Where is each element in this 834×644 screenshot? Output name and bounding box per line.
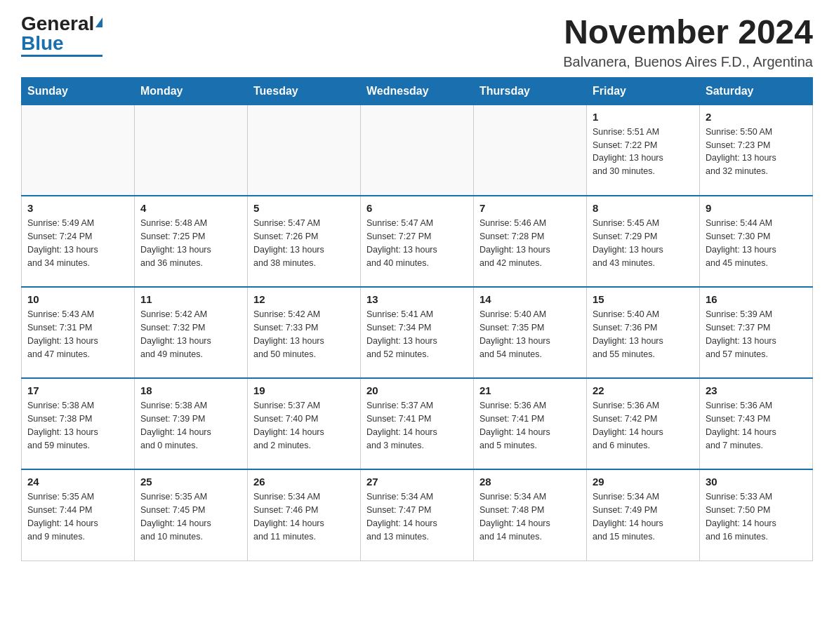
day-info: Sunrise: 5:36 AM Sunset: 7:42 PM Dayligh… <box>593 399 694 452</box>
day-number: 8 <box>593 202 694 214</box>
header-wednesday: Wednesday <box>361 77 474 105</box>
day-number: 22 <box>593 384 694 396</box>
calendar-week-row: 17Sunrise: 5:38 AM Sunset: 7:38 PM Dayli… <box>22 378 813 469</box>
day-number: 20 <box>366 384 468 396</box>
calendar-cell <box>361 105 474 196</box>
calendar-cell: 27Sunrise: 5:34 AM Sunset: 7:47 PM Dayli… <box>361 469 474 561</box>
calendar-cell: 11Sunrise: 5:42 AM Sunset: 7:32 PM Dayli… <box>135 287 248 378</box>
day-number: 1 <box>593 111 694 123</box>
calendar-cell: 29Sunrise: 5:34 AM Sunset: 7:49 PM Dayli… <box>587 469 700 561</box>
day-number: 29 <box>593 476 694 488</box>
calendar-week-row: 1Sunrise: 5:51 AM Sunset: 7:22 PM Daylig… <box>22 105 813 196</box>
calendar-cell: 9Sunrise: 5:44 AM Sunset: 7:30 PM Daylig… <box>700 196 813 287</box>
day-info: Sunrise: 5:43 AM Sunset: 7:31 PM Dayligh… <box>27 308 128 361</box>
day-number: 24 <box>27 476 128 488</box>
day-info: Sunrise: 5:37 AM Sunset: 7:40 PM Dayligh… <box>253 399 355 452</box>
day-info: Sunrise: 5:47 AM Sunset: 7:27 PM Dayligh… <box>366 217 468 269</box>
calendar-cell: 21Sunrise: 5:36 AM Sunset: 7:41 PM Dayli… <box>474 378 587 469</box>
day-number: 23 <box>706 384 807 396</box>
calendar-cell: 6Sunrise: 5:47 AM Sunset: 7:27 PM Daylig… <box>361 196 474 287</box>
day-number: 13 <box>366 293 468 305</box>
day-info: Sunrise: 5:47 AM Sunset: 7:26 PM Dayligh… <box>253 217 355 269</box>
calendar-cell: 3Sunrise: 5:49 AM Sunset: 7:24 PM Daylig… <box>22 196 135 287</box>
calendar-cell: 17Sunrise: 5:38 AM Sunset: 7:38 PM Dayli… <box>22 378 135 469</box>
calendar-cell: 12Sunrise: 5:42 AM Sunset: 7:33 PM Dayli… <box>248 287 361 378</box>
calendar-cell: 28Sunrise: 5:34 AM Sunset: 7:48 PM Dayli… <box>474 469 587 561</box>
calendar-cell: 14Sunrise: 5:40 AM Sunset: 7:35 PM Dayli… <box>474 287 587 378</box>
calendar-cell <box>135 105 248 196</box>
day-number: 19 <box>253 384 355 396</box>
header-monday: Monday <box>135 77 248 105</box>
day-info: Sunrise: 5:38 AM Sunset: 7:39 PM Dayligh… <box>140 399 241 452</box>
logo-blue-text: Blue <box>21 34 64 53</box>
calendar-cell: 24Sunrise: 5:35 AM Sunset: 7:44 PM Dayli… <box>22 469 135 561</box>
day-info: Sunrise: 5:46 AM Sunset: 7:28 PM Dayligh… <box>479 217 581 269</box>
day-number: 25 <box>140 476 241 488</box>
day-number: 14 <box>479 293 581 305</box>
calendar-cell: 7Sunrise: 5:46 AM Sunset: 7:28 PM Daylig… <box>474 196 587 287</box>
day-number: 17 <box>27 384 128 396</box>
calendar-cell <box>248 105 361 196</box>
day-number: 9 <box>706 202 807 214</box>
day-number: 16 <box>706 293 807 305</box>
day-info: Sunrise: 5:51 AM Sunset: 7:22 PM Dayligh… <box>593 126 694 178</box>
calendar-cell: 25Sunrise: 5:35 AM Sunset: 7:45 PM Dayli… <box>135 469 248 561</box>
day-number: 21 <box>479 384 581 396</box>
calendar-cell: 2Sunrise: 5:50 AM Sunset: 7:23 PM Daylig… <box>700 105 813 196</box>
day-info: Sunrise: 5:39 AM Sunset: 7:37 PM Dayligh… <box>706 308 807 361</box>
calendar-cell: 19Sunrise: 5:37 AM Sunset: 7:40 PM Dayli… <box>248 378 361 469</box>
calendar-cell: 15Sunrise: 5:40 AM Sunset: 7:36 PM Dayli… <box>587 287 700 378</box>
calendar-cell: 20Sunrise: 5:37 AM Sunset: 7:41 PM Dayli… <box>361 378 474 469</box>
day-info: Sunrise: 5:35 AM Sunset: 7:44 PM Dayligh… <box>27 490 128 543</box>
calendar-cell: 23Sunrise: 5:36 AM Sunset: 7:43 PM Dayli… <box>700 378 813 469</box>
day-info: Sunrise: 5:34 AM Sunset: 7:49 PM Dayligh… <box>593 490 694 543</box>
day-number: 11 <box>140 293 241 305</box>
header-thursday: Thursday <box>474 77 587 105</box>
location-title: Balvanera, Buenos Aires F.D., Argentina <box>563 54 813 70</box>
logo-general-text: General <box>21 14 94 34</box>
day-number: 4 <box>140 202 241 214</box>
day-info: Sunrise: 5:40 AM Sunset: 7:36 PM Dayligh… <box>593 308 694 361</box>
day-info: Sunrise: 5:40 AM Sunset: 7:35 PM Dayligh… <box>479 308 581 361</box>
calendar-cell: 13Sunrise: 5:41 AM Sunset: 7:34 PM Dayli… <box>361 287 474 378</box>
calendar-cell: 16Sunrise: 5:39 AM Sunset: 7:37 PM Dayli… <box>700 287 813 378</box>
day-info: Sunrise: 5:34 AM Sunset: 7:46 PM Dayligh… <box>253 490 355 543</box>
day-number: 7 <box>479 202 581 214</box>
day-number: 10 <box>27 293 128 305</box>
day-number: 28 <box>479 476 581 488</box>
day-info: Sunrise: 5:48 AM Sunset: 7:25 PM Dayligh… <box>140 217 241 269</box>
day-number: 3 <box>27 202 128 214</box>
header-saturday: Saturday <box>700 77 813 105</box>
month-title: November 2024 <box>563 14 813 51</box>
header-sunday: Sunday <box>22 77 135 105</box>
calendar-cell: 8Sunrise: 5:45 AM Sunset: 7:29 PM Daylig… <box>587 196 700 287</box>
day-info: Sunrise: 5:36 AM Sunset: 7:41 PM Dayligh… <box>479 399 581 452</box>
day-info: Sunrise: 5:42 AM Sunset: 7:33 PM Dayligh… <box>253 308 355 361</box>
day-number: 15 <box>593 293 694 305</box>
logo-triangle-icon <box>95 18 102 27</box>
calendar-cell: 30Sunrise: 5:33 AM Sunset: 7:50 PM Dayli… <box>700 469 813 561</box>
day-info: Sunrise: 5:49 AM Sunset: 7:24 PM Dayligh… <box>27 217 128 269</box>
day-number: 18 <box>140 384 241 396</box>
calendar-cell: 5Sunrise: 5:47 AM Sunset: 7:26 PM Daylig… <box>248 196 361 287</box>
day-number: 26 <box>253 476 355 488</box>
calendar-table: Sunday Monday Tuesday Wednesday Thursday… <box>21 77 813 561</box>
calendar-cell <box>22 105 135 196</box>
day-info: Sunrise: 5:50 AM Sunset: 7:23 PM Dayligh… <box>706 126 807 178</box>
logo: General Blue <box>21 14 102 57</box>
day-info: Sunrise: 5:41 AM Sunset: 7:34 PM Dayligh… <box>366 308 468 361</box>
header: General Blue November 2024 Balvanera, Bu… <box>21 14 813 70</box>
day-info: Sunrise: 5:34 AM Sunset: 7:48 PM Dayligh… <box>479 490 581 543</box>
day-number: 12 <box>253 293 355 305</box>
header-tuesday: Tuesday <box>248 77 361 105</box>
logo-underline <box>21 55 102 57</box>
day-info: Sunrise: 5:36 AM Sunset: 7:43 PM Dayligh… <box>706 399 807 452</box>
calendar-cell: 22Sunrise: 5:36 AM Sunset: 7:42 PM Dayli… <box>587 378 700 469</box>
calendar-cell: 1Sunrise: 5:51 AM Sunset: 7:22 PM Daylig… <box>587 105 700 196</box>
calendar-week-row: 24Sunrise: 5:35 AM Sunset: 7:44 PM Dayli… <box>22 469 813 561</box>
day-number: 6 <box>366 202 468 214</box>
calendar-cell: 18Sunrise: 5:38 AM Sunset: 7:39 PM Dayli… <box>135 378 248 469</box>
day-info: Sunrise: 5:33 AM Sunset: 7:50 PM Dayligh… <box>706 490 807 543</box>
calendar-cell: 10Sunrise: 5:43 AM Sunset: 7:31 PM Dayli… <box>22 287 135 378</box>
calendar-week-row: 10Sunrise: 5:43 AM Sunset: 7:31 PM Dayli… <box>22 287 813 378</box>
